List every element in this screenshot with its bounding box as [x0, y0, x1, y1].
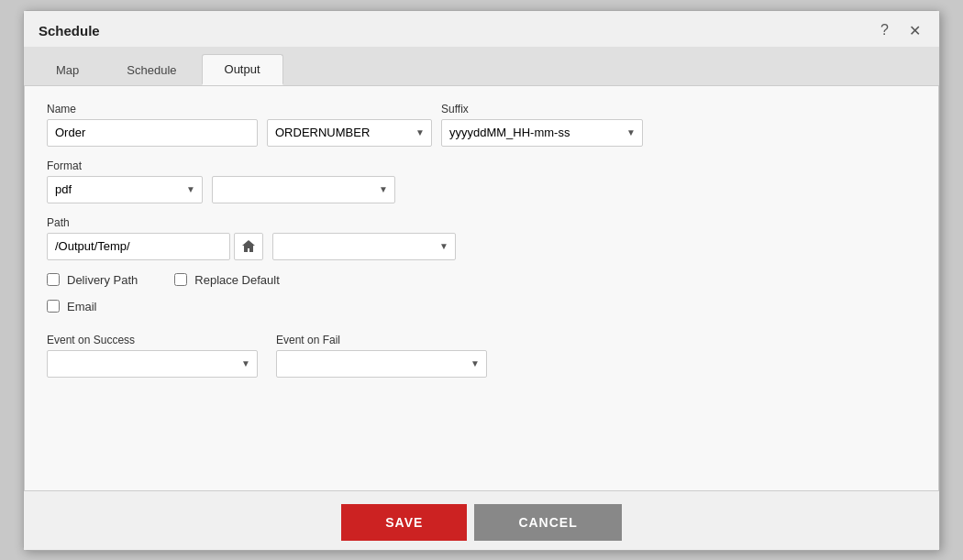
- name-label: Name: [47, 103, 258, 115]
- path-extra-group: ▼: [272, 233, 456, 260]
- format-select[interactable]: pdf: [47, 176, 203, 203]
- delivery-path-checkbox[interactable]: [47, 273, 60, 286]
- schedule-dialog: Schedule ? ✕ Map Schedule Output Name: [23, 10, 940, 551]
- tabs-bar: Map Schedule Output: [24, 47, 939, 86]
- path-input[interactable]: [47, 233, 230, 260]
- format-group: Format pdf ▼: [47, 159, 203, 203]
- home-icon: [241, 239, 256, 254]
- path-group: Path: [47, 216, 263, 260]
- suffix-label: Suffix: [441, 103, 643, 115]
- suffix-select[interactable]: yyyyddMM_HH-mm-ss: [441, 119, 643, 147]
- tab-output[interactable]: Output: [202, 54, 283, 85]
- format-row: Format pdf ▼ ▼: [47, 159, 916, 203]
- dialog-title: Schedule: [39, 23, 100, 38]
- suffix-group: Suffix yyyyddMM_HH-mm-ss ▼: [441, 103, 643, 147]
- email-label: Email: [67, 300, 97, 313]
- delivery-path-label: Delivery Path: [67, 273, 138, 287]
- checkboxes-section: Delivery Path Replace Default Email: [47, 273, 916, 321]
- replace-default-checkbox-row: Replace Default: [174, 273, 280, 287]
- path-row: Path ▼: [47, 216, 916, 260]
- name-input[interactable]: [47, 119, 258, 147]
- event-fail-label: Event on Fail: [276, 334, 487, 346]
- close-button[interactable]: ✕: [905, 20, 924, 41]
- format-label: Format: [47, 159, 203, 172]
- event-success-select[interactable]: [47, 350, 258, 378]
- help-button[interactable]: ?: [877, 20, 892, 40]
- email-checkbox[interactable]: [47, 300, 60, 313]
- replace-default-checkbox[interactable]: [174, 273, 187, 286]
- tab-map[interactable]: Map: [33, 54, 102, 85]
- dialog-footer: SAVE CANCEL: [24, 491, 939, 550]
- format-extra-select[interactable]: [212, 176, 395, 203]
- header-actions: ? ✕: [877, 20, 924, 41]
- output-panel: Name ORDERNUMBER ▼ Suffix yyyyd: [24, 86, 939, 491]
- checkboxes-row-1: Delivery Path Replace Default: [47, 273, 916, 294]
- event-success-group: Event on Success ▼: [47, 334, 258, 378]
- event-row: Event on Success ▼ Event on Fail: [47, 334, 916, 378]
- event-fail-group: Event on Fail ▼: [276, 334, 487, 378]
- name-row: Name ORDERNUMBER ▼ Suffix yyyyd: [47, 103, 916, 147]
- ordernumber-group: ORDERNUMBER ▼: [267, 119, 432, 147]
- dialog-body: Map Schedule Output Name ORDERNUMBER ▼: [24, 47, 939, 491]
- email-checkbox-row: Email: [47, 300, 916, 313]
- save-button[interactable]: SAVE: [341, 504, 467, 541]
- format-extra-group: ▼: [212, 176, 395, 203]
- path-home-button[interactable]: [234, 233, 263, 260]
- tab-schedule[interactable]: Schedule: [104, 54, 199, 85]
- name-group: Name: [47, 103, 258, 147]
- path-label: Path: [47, 216, 263, 229]
- path-extra-select[interactable]: [272, 233, 456, 260]
- replace-default-label: Replace Default: [194, 273, 280, 287]
- dialog-header: Schedule ? ✕: [24, 11, 939, 47]
- delivery-path-checkbox-row: Delivery Path: [47, 273, 138, 287]
- ordernumber-select[interactable]: ORDERNUMBER: [267, 119, 432, 147]
- cancel-button[interactable]: CANCEL: [474, 504, 621, 541]
- event-fail-select[interactable]: [276, 350, 487, 378]
- event-success-label: Event on Success: [47, 334, 258, 346]
